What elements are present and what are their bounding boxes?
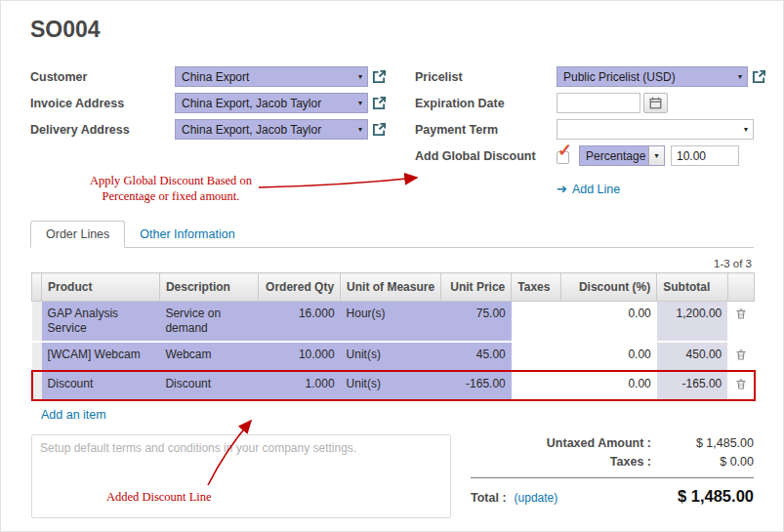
total-label: Total : bbox=[471, 491, 507, 505]
discount-type-select[interactable]: Percentage ▾ bbox=[579, 145, 665, 166]
col-subtotal[interactable]: Subtotal bbox=[657, 273, 727, 302]
totals-panel: Untaxed Amount : $ 1,485.00 Taxes : $ 0.… bbox=[471, 434, 754, 518]
external-link-icon[interactable] bbox=[372, 69, 387, 84]
total-value: $ 1,485.00 bbox=[557, 487, 754, 506]
uom-cell[interactable]: Hour(s) bbox=[341, 302, 441, 343]
field-invoice-address: Invoice Address China Export, Jacob Tayl… bbox=[30, 93, 415, 113]
col-unit-price[interactable]: Unit Price bbox=[440, 273, 511, 302]
expiration-date-input[interactable] bbox=[557, 93, 640, 113]
uom-cell[interactable]: Unit(s) bbox=[341, 371, 441, 400]
taxes-label: Taxes : bbox=[471, 455, 651, 469]
delete-row-button[interactable] bbox=[727, 342, 754, 371]
discount-cell[interactable]: 0.00 bbox=[560, 342, 657, 371]
chevron-down-icon: ▾ bbox=[744, 126, 748, 134]
payment-term-select[interactable]: ▾ bbox=[557, 119, 754, 140]
table-row[interactable]: [WCAM] Webcam Webcam 10.000 Unit(s) 45.0… bbox=[32, 342, 755, 371]
col-unit-of-measure[interactable]: Unit of Measure bbox=[341, 273, 441, 302]
qty-cell[interactable]: 16.000 bbox=[258, 302, 341, 343]
col-ordered-qty[interactable]: Ordered Qty bbox=[258, 273, 341, 302]
external-link-icon[interactable] bbox=[372, 122, 387, 137]
expiration-date-label: Expiration Date bbox=[415, 97, 557, 110]
order-lines-table: Product Description Ordered Qty Unit of … bbox=[31, 272, 755, 401]
trash-icon bbox=[735, 378, 747, 390]
taxes-value: $ 0.00 bbox=[651, 455, 754, 469]
calendar-icon bbox=[649, 97, 662, 109]
add-an-item-link[interactable]: Add an item bbox=[41, 408, 106, 422]
delivery-address-select[interactable]: China Export, Jacob Taylor ▾ bbox=[175, 119, 368, 140]
external-link-icon[interactable] bbox=[752, 69, 766, 84]
pricelist-value: Public Pricelist (USD) bbox=[563, 70, 676, 84]
col-product[interactable]: Product bbox=[42, 273, 160, 302]
field-expiration-date: Expiration Date bbox=[415, 93, 776, 113]
discount-cell[interactable]: 0.00 bbox=[560, 302, 657, 343]
update-total-link[interactable]: (update) bbox=[515, 491, 558, 505]
global-discount-label: Add Global Discount bbox=[415, 149, 557, 163]
trash-icon bbox=[735, 348, 747, 361]
tab-order-lines[interactable]: Order Lines bbox=[30, 221, 125, 248]
untaxed-amount-row: Untaxed Amount : $ 1,485.00 bbox=[471, 436, 754, 450]
subtotal-cell: -165.00 bbox=[657, 371, 727, 400]
untaxed-amount-value: $ 1,485.00 bbox=[651, 436, 754, 450]
discount-type-value: Percentage bbox=[586, 149, 645, 163]
unit-price-cell[interactable]: -165.00 bbox=[440, 371, 511, 400]
drag-handle[interactable] bbox=[32, 371, 42, 400]
add-line-link[interactable]: ➔ Add Line bbox=[557, 182, 620, 196]
description-cell[interactable]: Service on demand bbox=[159, 302, 258, 343]
taxes-cell[interactable] bbox=[512, 302, 560, 343]
product-cell[interactable]: Discount bbox=[42, 371, 160, 400]
pricelist-select[interactable]: Public Pricelist (USD) ▾ bbox=[557, 66, 748, 87]
col-discount[interactable]: Discount (%) bbox=[560, 273, 657, 302]
taxes-row: Taxes : $ 0.00 bbox=[471, 455, 754, 469]
uom-cell[interactable]: Unit(s) bbox=[341, 342, 441, 371]
discount-cell[interactable]: 0.00 bbox=[560, 371, 657, 400]
unit-price-cell[interactable]: 45.00 bbox=[440, 342, 511, 371]
description-cell[interactable]: Webcam bbox=[159, 342, 258, 371]
sale-order-form: SO004 Customer China Export ▾ Invoice Ad… bbox=[0, 0, 784, 532]
subtotal-cell: 1,200.00 bbox=[657, 302, 727, 343]
pricelist-label: Pricelist bbox=[415, 70, 557, 84]
terms-textarea[interactable]: Setup default terms and conditions in yo… bbox=[31, 434, 451, 518]
global-discount-checkbox[interactable]: ✓ bbox=[557, 148, 572, 164]
delete-row-button[interactable] bbox=[727, 371, 754, 400]
taxes-cell[interactable] bbox=[512, 342, 560, 371]
tab-other-information[interactable]: Other Information bbox=[125, 222, 249, 247]
pager: 1-3 of 3 bbox=[1, 258, 752, 269]
qty-cell[interactable]: 1.000 bbox=[258, 371, 341, 400]
delete-row-button[interactable] bbox=[727, 302, 754, 343]
unit-price-cell[interactable]: 75.00 bbox=[440, 302, 511, 343]
drag-handle[interactable] bbox=[32, 342, 42, 371]
checkmark-icon: ✓ bbox=[557, 142, 572, 159]
field-global-discount: Add Global Discount ✓ Percentage ▾ bbox=[415, 145, 776, 166]
field-pricelist: Pricelist Public Pricelist (USD) ▾ bbox=[415, 66, 776, 87]
invoice-address-value: China Export, Jacob Taylor bbox=[182, 97, 321, 110]
invoice-address-select[interactable]: China Export, Jacob Taylor ▾ bbox=[175, 93, 368, 113]
drag-handle[interactable] bbox=[32, 302, 42, 343]
product-cell[interactable]: GAP Analysis Service bbox=[42, 302, 160, 343]
qty-cell[interactable]: 10.000 bbox=[258, 342, 341, 371]
calendar-button[interactable] bbox=[643, 93, 668, 113]
col-description[interactable]: Description bbox=[159, 273, 258, 302]
chevron-down-icon: ▾ bbox=[358, 73, 362, 81]
delivery-address-value: China Export, Jacob Taylor bbox=[182, 123, 321, 137]
field-customer: Customer China Export ▾ bbox=[30, 66, 415, 87]
col-taxes[interactable]: Taxes bbox=[512, 273, 560, 302]
customer-select[interactable]: China Export ▾ bbox=[175, 66, 368, 87]
chevron-down-icon: ▾ bbox=[738, 73, 742, 81]
external-link-icon[interactable] bbox=[372, 96, 387, 110]
subtotal-cell: 450.00 bbox=[657, 342, 727, 371]
col-actions bbox=[727, 273, 754, 302]
chevron-down-icon: ▾ bbox=[358, 100, 362, 107]
total-row: Total : (update) $ 1,485.00 bbox=[471, 487, 754, 506]
field-payment-term: Payment Term ▾ bbox=[415, 119, 776, 140]
add-line-label: Add Line bbox=[572, 183, 620, 196]
discount-amount-input[interactable] bbox=[671, 145, 739, 166]
notebook-tabs: Order Lines Other Information bbox=[30, 221, 754, 248]
table-row-discount-line[interactable]: Discount Discount 1.000 Unit(s) -165.00 … bbox=[32, 371, 755, 400]
table-row[interactable]: GAP Analysis Service Service on demand 1… bbox=[32, 302, 755, 343]
description-cell[interactable]: Discount bbox=[159, 371, 258, 400]
product-cell[interactable]: [WCAM] Webcam bbox=[42, 342, 160, 371]
form-footer: Setup default terms and conditions in yo… bbox=[31, 434, 754, 518]
trash-icon bbox=[735, 307, 747, 320]
invoice-address-label: Invoice Address bbox=[30, 97, 175, 110]
taxes-cell[interactable] bbox=[512, 371, 560, 400]
